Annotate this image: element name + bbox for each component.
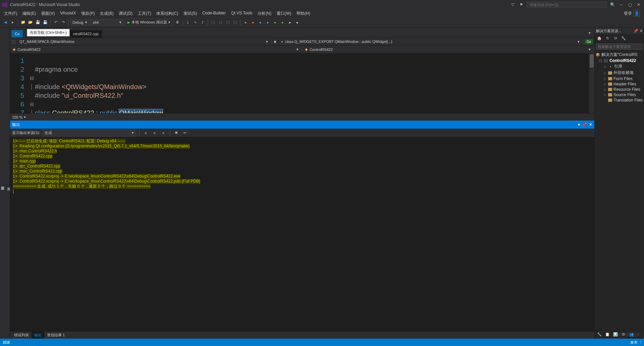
tb-r2-icon[interactable]: ● bbox=[250, 19, 256, 26]
solution-search-input[interactable] bbox=[596, 44, 643, 50]
class-right-seg[interactable]: ◆ControlRS422 ▾ bbox=[302, 47, 594, 52]
tb-stepout-icon[interactable]: ⤴ bbox=[199, 19, 206, 26]
fold-gutter[interactable]: ⊟│ ⊟│ bbox=[29, 54, 35, 113]
se-pin-icon[interactable]: 📌 bbox=[634, 29, 638, 33]
tb-r6-icon[interactable]: ● bbox=[279, 19, 286, 26]
output-close-icon[interactable]: ✕ bbox=[589, 122, 592, 127]
output-text[interactable]: 1>------ 已启动生成: 项目: ControlRS422, 配置: De… bbox=[10, 137, 594, 331]
menu-vassistx[interactable]: VAssistX bbox=[57, 10, 78, 17]
account-icon[interactable]: 👤 bbox=[633, 10, 640, 17]
se-home-icon[interactable]: 🏠 bbox=[596, 35, 603, 42]
minimize-button[interactable]: ─ bbox=[618, 1, 625, 8]
tb-r3-icon[interactable]: ● bbox=[257, 19, 264, 26]
menu-project[interactable]: 项目(P) bbox=[78, 10, 97, 17]
tree-translation[interactable]: Translation Files bbox=[595, 97, 643, 103]
save-icon[interactable]: 💾 bbox=[35, 19, 41, 26]
search-icon[interactable]: 🔍 bbox=[609, 1, 616, 8]
se-bot2-icon[interactable]: 📋 bbox=[604, 331, 611, 338]
menu-help[interactable]: 帮助(H) bbox=[294, 10, 313, 17]
output-source-combo[interactable]: 生成▾ bbox=[42, 129, 136, 136]
tb-stepin-icon[interactable]: ⤷ bbox=[192, 19, 199, 26]
tb-q1-icon[interactable]: ⬚ bbox=[210, 19, 216, 26]
menu-view[interactable]: 视图(V) bbox=[39, 10, 57, 17]
nav-fwd-icon[interactable]: ▸ bbox=[9, 19, 16, 26]
save-all-icon[interactable]: 💾 bbox=[42, 19, 49, 26]
tree-form[interactable]: ▷Form Files bbox=[595, 76, 643, 81]
se-bot1-icon[interactable]: 🔧 bbox=[596, 331, 603, 338]
status-icon[interactable]: ↑ bbox=[640, 340, 642, 345]
config-combo[interactable]: Debug▾ bbox=[70, 19, 90, 25]
tb-stepover-icon[interactable]: ⤵ bbox=[184, 19, 191, 26]
solution-title[interactable]: 解决方案资源... 📌✕ bbox=[595, 27, 644, 34]
btab-errors[interactable]: 错误列表 bbox=[11, 332, 32, 339]
tb-q4-icon[interactable]: ⬚ bbox=[232, 19, 238, 26]
document-tab-secondary[interactable]: ntrolRS422.cpp bbox=[70, 30, 102, 38]
code-editor[interactable]: 1234567 ⊟│ ⊟│ #pragma once #include <QtW… bbox=[10, 54, 594, 113]
tree-headers[interactable]: ▷Header Files bbox=[595, 81, 643, 87]
tb-misc-icon[interactable]: ⚙ bbox=[174, 19, 181, 26]
menu-qt[interactable]: Qt VS Tools bbox=[228, 10, 255, 17]
zoom-level[interactable]: 100 % bbox=[12, 115, 22, 119]
notify-icon[interactable]: ⚑ bbox=[518, 1, 525, 8]
se-close-icon[interactable]: ✕ bbox=[640, 29, 643, 33]
menu-file[interactable]: 文件(F) bbox=[1, 10, 20, 17]
menu-codebuilder[interactable]: Code-Builder bbox=[200, 10, 228, 17]
nav-back-icon[interactable]: ◀ bbox=[2, 19, 9, 26]
tb-r7-icon[interactable]: ● bbox=[286, 19, 293, 26]
redo-icon[interactable]: ↷ bbox=[60, 19, 66, 26]
filter-icon[interactable]: ▽ bbox=[509, 1, 516, 8]
tree-refs[interactable]: ▷▪引用 bbox=[595, 63, 643, 70]
output-dropdown-icon[interactable]: ▾ bbox=[578, 122, 580, 127]
maximize-button[interactable]: ▢ bbox=[627, 1, 633, 8]
new-project-icon[interactable]: 📁 bbox=[20, 19, 26, 26]
menu-build[interactable]: 生成(B) bbox=[97, 10, 116, 17]
tree-ext-deps[interactable]: ▷外部依赖项 bbox=[595, 70, 643, 76]
tb-r1-icon[interactable]: ● bbox=[242, 19, 249, 26]
btab-find[interactable]: 查找结果 1 bbox=[44, 332, 67, 339]
btab-output[interactable]: 输出 bbox=[32, 332, 44, 339]
se-prop-icon[interactable]: 🔧 bbox=[620, 35, 627, 42]
tree-resource[interactable]: ▷Resource Files bbox=[595, 87, 643, 92]
start-debug-button[interactable]: ▶本地 Windows 调试器▾ bbox=[124, 19, 173, 26]
output-title-bar[interactable]: 输出 ▾ 📌 ✕ bbox=[10, 121, 594, 129]
menu-analyze[interactable]: 分析(N) bbox=[255, 10, 274, 17]
output-tool1-icon[interactable]: ≡ bbox=[143, 130, 149, 136]
quick-launch-input[interactable] bbox=[527, 2, 607, 8]
menu-edit[interactable]: 编辑(E) bbox=[20, 10, 39, 17]
output-pin-icon[interactable]: 📌 bbox=[582, 122, 587, 127]
nav-left-seg[interactable]: QT_NAMESPACE.QMainWindow ▾ bbox=[17, 40, 272, 44]
undo-icon[interactable]: ↶ bbox=[52, 19, 59, 26]
tb-r4-icon[interactable]: ● bbox=[264, 19, 271, 26]
tb-q2-icon[interactable]: ⬚ bbox=[217, 19, 224, 26]
output-clear-icon[interactable]: ✖ bbox=[173, 130, 180, 136]
menu-test[interactable]: 测试(S) bbox=[181, 10, 200, 17]
go-button[interactable]: Go bbox=[585, 39, 593, 44]
project-node[interactable]: ▢⬛ControlRS422 bbox=[595, 58, 643, 63]
tb-q3-icon[interactable]: ⬚ bbox=[224, 19, 231, 26]
solution-root[interactable]: 📦解决方案"ControlRS bbox=[595, 52, 643, 58]
editor-scrollbar[interactable] bbox=[589, 54, 594, 113]
menu-architecture[interactable]: 体系结构(C) bbox=[154, 10, 181, 17]
class-left-seg[interactable]: ◆ControlRS422 ▾ bbox=[10, 47, 302, 52]
status-publish[interactable]: 发布 bbox=[630, 340, 638, 345]
se-refresh-icon[interactable]: ↻ bbox=[604, 35, 611, 42]
open-icon[interactable]: 📂 bbox=[27, 19, 34, 26]
tb-r8-icon[interactable]: ● bbox=[294, 19, 301, 26]
nav-right-seg[interactable]: ♦ class Q_WIDGETS_EXPORT QMainWindow : p… bbox=[278, 40, 583, 44]
login-link[interactable]: 登录 bbox=[624, 11, 632, 16]
output-wrap-icon[interactable]: ↩ bbox=[182, 130, 189, 136]
se-sync-icon[interactable]: ⟳ bbox=[612, 35, 619, 42]
close-button[interactable]: ✕ bbox=[635, 1, 642, 8]
tree-source[interactable]: ▷Source Files bbox=[595, 92, 643, 97]
nav-i1-icon[interactable]: ⬚ bbox=[10, 38, 17, 45]
menu-tools[interactable]: 工具(T) bbox=[135, 10, 154, 17]
output-tool2-icon[interactable]: ≡ bbox=[151, 130, 158, 136]
menu-window[interactable]: 窗口(W) bbox=[274, 10, 294, 17]
code-content[interactable]: #pragma once #include <QtWidgets/QMainWi… bbox=[35, 54, 594, 113]
menu-debug[interactable]: 调试(D) bbox=[116, 10, 135, 17]
nav-i2-icon[interactable]: ■ bbox=[272, 38, 278, 45]
tabs-dropdown-icon[interactable]: ▾ bbox=[586, 29, 593, 36]
document-tab-active[interactable]: Co bbox=[11, 30, 23, 38]
platform-combo[interactable]: x64▾ bbox=[90, 19, 124, 25]
output-tool3-icon[interactable]: ≡ bbox=[160, 130, 167, 136]
